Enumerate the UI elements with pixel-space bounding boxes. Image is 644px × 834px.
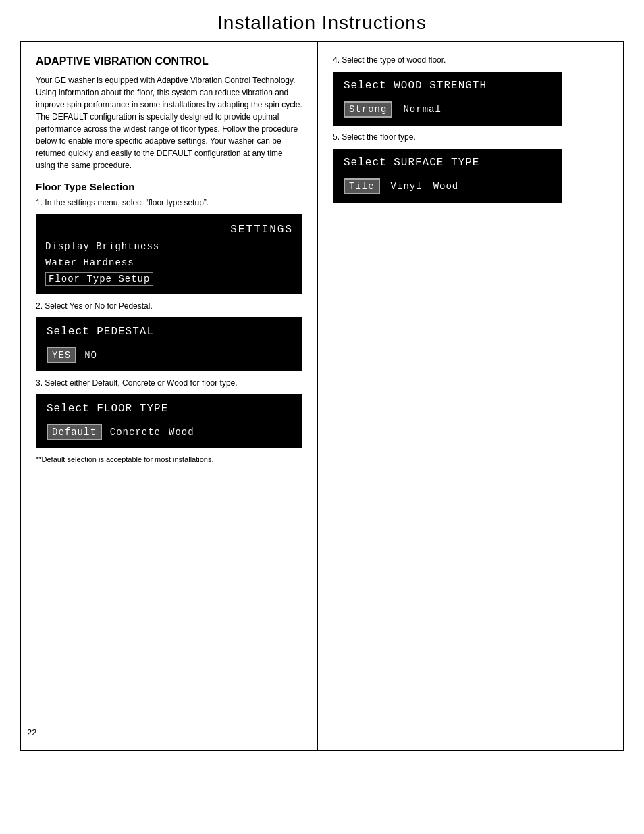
step2-text: 2. Select Yes or No for Pedestal.	[36, 301, 302, 311]
floor-selection-subtitle: Floor Type Selection	[36, 181, 302, 192]
pedestal-screen: Select PEDESTAL YES NO	[36, 317, 302, 371]
page-title: Installation Instructions	[20, 12, 624, 34]
main-content: ADAPTIVE VIBRATION CONTROL Your GE washe…	[20, 42, 624, 751]
floor-type-screen-top: Select FLOOR TYPE	[47, 402, 292, 415]
wood-strength-screen: Select WOOD STRENGTH Strong Normal	[333, 72, 562, 126]
surface-type-wood[interactable]: Wood	[433, 181, 459, 192]
surface-type-top: Select SURFACE TYPE	[344, 157, 552, 169]
step3-text: 3. Select either Default, Concrete or Wo…	[36, 378, 302, 388]
floor-type-concrete[interactable]: Concrete	[110, 427, 161, 438]
floor-type-screen-bottom: Default Concrete Wood	[47, 424, 292, 440]
surface-type-screen: Select SURFACE TYPE Tile Vinyl Wood	[333, 149, 562, 203]
settings-line2: Display Brightness	[45, 239, 293, 255]
floor-type-default[interactable]: Default	[47, 424, 102, 440]
pedestal-screen-top: Select PEDESTAL	[47, 325, 292, 338]
wood-strength-top: Select WOOD STRENGTH	[344, 80, 552, 92]
settings-line4: Floor Type Setup	[45, 271, 293, 288]
pedestal-option-no[interactable]: NO	[84, 350, 97, 361]
wood-strength-normal[interactable]: Normal	[403, 104, 441, 115]
wood-strength-bottom: Strong Normal	[344, 101, 552, 118]
wood-strength-strong[interactable]: Strong	[344, 101, 392, 118]
floor-type-wood[interactable]: Wood	[169, 427, 194, 438]
pedestal-screen-bottom: YES NO	[47, 347, 292, 363]
step1-text: 1. In the settings menu, select “floor t…	[36, 198, 302, 207]
settings-highlighted: Floor Type Setup	[45, 272, 153, 286]
surface-type-tile[interactable]: Tile	[344, 178, 380, 194]
surface-type-bottom: Tile Vinyl Wood	[344, 178, 552, 194]
page-number: 22	[27, 727, 36, 737]
settings-screen: SETTINGS Display Brightness Water Hardne…	[36, 214, 302, 294]
surface-type-vinyl[interactable]: Vinyl	[391, 181, 423, 192]
step5-text: 5. Select the floor type.	[333, 132, 608, 142]
pedestal-option-yes[interactable]: YES	[47, 347, 76, 363]
step4-text: 4. Select the type of wood floor.	[333, 55, 608, 65]
right-column: 4. Select the type of wood floor. Select…	[318, 42, 623, 750]
settings-line3: Water Hardness	[45, 255, 293, 271]
body-text: Your GE washer is equipped with Adaptive…	[36, 74, 302, 172]
left-column: ADAPTIVE VIBRATION CONTROL Your GE washe…	[21, 42, 318, 750]
settings-line1: SETTINGS	[45, 221, 293, 239]
page-header: Installation Instructions	[20, 0, 624, 42]
section-title: ADAPTIVE VIBRATION CONTROL	[36, 55, 302, 68]
footnote: **Default selection is acceptable for mo…	[36, 455, 302, 463]
floor-type-screen: Select FLOOR TYPE Default Concrete Wood	[36, 394, 302, 448]
